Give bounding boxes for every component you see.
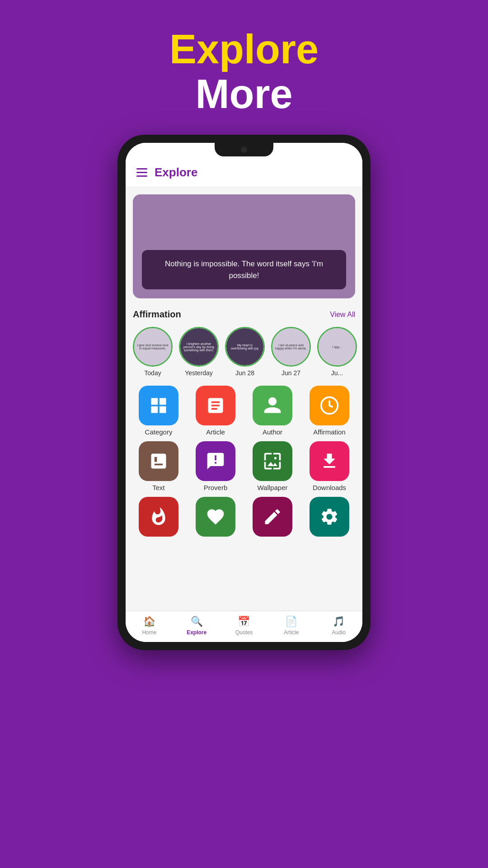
nav-quotes[interactable]: 📅 Quotes: [226, 616, 262, 636]
edit-icon-bg: [253, 497, 292, 537]
quotes-icon: 📅: [238, 616, 250, 627]
affirmation-item-yesterday[interactable]: I brighten another person's day by doing…: [179, 327, 219, 377]
phone-notch: [215, 143, 273, 156]
grid-row-3: [133, 497, 355, 537]
affirmation-item-ju[interactable]: I opp... Ju...: [317, 327, 357, 377]
downloads-icon-bg: [310, 441, 349, 481]
grid-row-1: Category Article Author: [133, 386, 355, 436]
nav-home[interactable]: 🏠 Home: [131, 616, 167, 636]
proverb-label: Proverb: [204, 484, 228, 491]
affirmation-section-header: Affirmation View All: [126, 306, 362, 323]
category-label: Category: [145, 428, 173, 436]
wallpaper-icon: [263, 451, 282, 471]
category-icon: [149, 396, 169, 415]
phone-mockup: Explore Nothing is impossible. The word …: [117, 135, 371, 650]
nav-audio[interactable]: 🎵 Audio: [321, 616, 357, 636]
affirmation-circle-jun27: I am at peace and happy when I'm alone.: [271, 327, 311, 367]
affirmation-title: Affirmation: [133, 309, 181, 320]
settings-icon: [319, 507, 339, 527]
heart-icon: [206, 507, 225, 527]
bottom-nav: 🏠 Home 🔍 Explore 📅 Quotes 📄 Article 🎵 Au…: [126, 611, 362, 642]
grid-item-downloads[interactable]: Downloads: [304, 441, 355, 491]
affirmation-circle-jun28: My heart is overflowing with joy.: [225, 327, 265, 367]
grid-item-fire[interactable]: [133, 497, 184, 537]
affirmation-item-jun27[interactable]: I am at peace and happy when I'm alone. …: [271, 327, 311, 377]
affirmation-item-today[interactable]: I give and receive love in equal measure…: [133, 327, 173, 377]
banner: Nothing is impossible. The word itself s…: [133, 194, 355, 298]
audio-icon: 🎵: [333, 616, 345, 627]
affirmation-icon-bg: [310, 386, 349, 425]
downloads-icon: [319, 451, 339, 471]
nav-audio-label: Audio: [332, 629, 346, 636]
edit-icon: [263, 507, 282, 527]
affirmation-label-yesterday: Yesterday: [185, 369, 213, 377]
affirmation-item-jun28[interactable]: My heart is overflowing with joy. Jun 28: [225, 327, 265, 377]
text-icon-bg: [139, 441, 178, 481]
grid-section: Category Article Author: [126, 380, 362, 542]
nav-article-label: Article: [284, 629, 299, 636]
author-icon-bg: [253, 386, 292, 425]
heart-icon-bg: [196, 497, 235, 537]
grid-item-settings[interactable]: [304, 497, 355, 537]
downloads-label: Downloads: [313, 484, 346, 491]
fire-icon-bg: [139, 497, 178, 537]
proverb-icon-bg: [196, 441, 235, 481]
affirmation-label-jun28: Jun 28: [235, 369, 254, 377]
nav-home-label: Home: [142, 629, 156, 636]
affirmation-label-grid: Affirmation: [313, 428, 345, 436]
header-line2: More: [169, 72, 319, 117]
affirmation-label-today: Today: [144, 369, 161, 377]
wallpaper-label: Wallpaper: [258, 484, 288, 491]
proverb-icon: [206, 451, 225, 471]
affirmation-scroll: I give and receive love in equal measure…: [126, 323, 362, 380]
affirmation-circle-yesterday: I brighten another person's day by doing…: [179, 327, 219, 367]
article-nav-icon: 📄: [285, 616, 297, 627]
category-icon-bg: [139, 386, 178, 425]
article-icon-bg: [196, 386, 235, 425]
explore-icon: 🔍: [191, 616, 203, 627]
author-icon: [263, 396, 282, 415]
home-icon: 🏠: [143, 616, 155, 627]
nav-article[interactable]: 📄 Article: [273, 616, 310, 636]
notch-camera: [241, 146, 247, 153]
affirmation-label-jun27: Jun 27: [282, 369, 300, 377]
grid-item-edit[interactable]: [247, 497, 298, 537]
hamburger-menu[interactable]: [136, 168, 147, 177]
grid-item-affirmation[interactable]: Affirmation: [304, 386, 355, 436]
nav-quotes-label: Quotes: [235, 629, 253, 636]
grid-item-text[interactable]: Text: [133, 441, 184, 491]
affirmation-label-ju: Ju...: [331, 369, 343, 377]
affirmation-icon: [319, 396, 339, 415]
screen-title: Explore: [155, 165, 197, 179]
page-header: Explore More: [169, 27, 319, 117]
header-line1: Explore: [169, 27, 319, 72]
grid-item-author[interactable]: Author: [247, 386, 298, 436]
settings-icon-bg: [310, 497, 349, 537]
fire-icon: [149, 507, 169, 527]
nav-explore-label: Explore: [187, 629, 206, 636]
view-all-link[interactable]: View All: [330, 311, 355, 319]
phone-screen: Explore Nothing is impossible. The word …: [126, 143, 362, 642]
quote-box: Nothing is impossible. The word itself s…: [142, 250, 346, 289]
banner-quote: Nothing is impossible. The word itself s…: [152, 258, 336, 281]
text-label: Text: [152, 484, 165, 491]
grid-item-heart[interactable]: [190, 497, 241, 537]
article-label: Article: [206, 428, 225, 436]
grid-item-category[interactable]: Category: [133, 386, 184, 436]
author-label: Author: [263, 428, 282, 436]
affirmation-circle-today: I give and receive love in equal measure…: [133, 327, 173, 367]
nav-explore[interactable]: 🔍 Explore: [178, 616, 215, 636]
wallpaper-icon-bg: [253, 441, 292, 481]
grid-row-2: Text Proverb Wallpaper: [133, 441, 355, 491]
text-icon: [149, 451, 169, 471]
grid-item-proverb[interactable]: Proverb: [190, 441, 241, 491]
grid-item-wallpaper[interactable]: Wallpaper: [247, 441, 298, 491]
article-icon: [206, 396, 225, 415]
affirmation-circle-ju: I opp...: [317, 327, 357, 367]
grid-item-article[interactable]: Article: [190, 386, 241, 436]
